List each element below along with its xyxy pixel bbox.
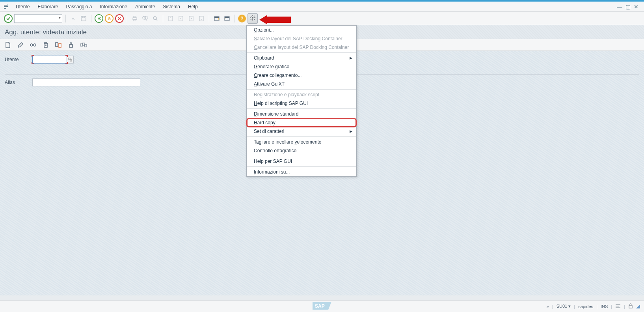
display-icon[interactable] [29, 41, 37, 49]
menu-help-sap-gui[interactable]: Help per SAP GUI [247, 157, 356, 166]
menu-controllo-ortografico[interactable]: Controllo ortografico [247, 146, 356, 155]
last-page-icon [197, 14, 206, 23]
local-layout-button[interactable] [248, 13, 258, 24]
utente-label: Utente [5, 57, 32, 62]
menu-help-scripting[interactable]: Help di scripting SAP GUI [247, 99, 356, 108]
menu-utente[interactable]: Utente [12, 2, 34, 11]
alias-label: Alias [5, 80, 32, 85]
first-page-icon [166, 14, 175, 23]
menu-attivare-guixt[interactable]: Attivare GuiXT [247, 80, 356, 88]
utente-input[interactable] [32, 56, 67, 64]
status-system: sapides [578, 304, 593, 309]
help-icon[interactable]: ? [238, 15, 246, 22]
separator: | [611, 304, 612, 309]
menu-sistema[interactable]: Sistema [159, 2, 184, 11]
svg-rect-8 [179, 16, 183, 21]
new-session-icon[interactable] [212, 14, 221, 23]
back-double-icon[interactable]: « [69, 14, 78, 23]
menu-informazioni-su[interactable]: Informazioni su... [247, 168, 356, 176]
local-layout-menu: Opzioni... Salvare layout del SAP Dockin… [246, 25, 357, 177]
menu-tagliare[interactable]: Tagliare e incollare velocemente [247, 138, 356, 146]
separator: | [624, 304, 625, 309]
svg-point-16 [30, 44, 33, 46]
create-icon[interactable] [4, 41, 12, 49]
svg-text:SAP: SAP [315, 303, 325, 309]
password-icon[interactable] [80, 41, 87, 49]
menu-separator [247, 166, 356, 167]
separator [91, 15, 91, 22]
window-controls: — ▢ ✕ [617, 4, 641, 10]
statusbar: SAP » | SU01 ▾ | sapides | INS | | [0, 300, 644, 312]
menu-opzioni[interactable]: Opzioni... [247, 26, 356, 34]
svg-rect-18 [56, 43, 58, 47]
svg-rect-14 [225, 17, 229, 18]
save-icon [79, 14, 88, 23]
svg-rect-19 [59, 43, 61, 47]
menu-separator [247, 108, 356, 109]
lock-icon[interactable] [67, 41, 75, 49]
separator: | [596, 304, 597, 309]
menu-hard-copy[interactable]: Hard copy [247, 118, 356, 127]
menu-separator [247, 52, 356, 53]
separator [209, 15, 209, 22]
menu-help[interactable]: Help [184, 2, 202, 11]
copy-icon[interactable] [54, 41, 62, 49]
alias-input[interactable] [32, 78, 140, 86]
sap-logo: SAP [313, 301, 331, 312]
app-icon [3, 4, 9, 9]
svg-point-15 [252, 17, 253, 19]
menubar: Utente Elaborare Passaggio a Informazion… [0, 2, 644, 12]
delete-icon[interactable] [42, 41, 50, 49]
command-field-wrap [14, 14, 62, 23]
separator [127, 15, 127, 22]
find-next-icon [151, 14, 160, 23]
menu-informazione[interactable]: Informazione [96, 2, 131, 11]
menu-creare-collegamento[interactable]: Creare collegamento... [247, 71, 356, 80]
menu-clipboard[interactable]: Clipboard [247, 54, 356, 62]
status-mode: INS [601, 304, 608, 309]
separator [65, 15, 66, 22]
cancel-button[interactable] [115, 14, 124, 23]
menu-set-caratteri[interactable]: Set di caratteri [247, 127, 356, 136]
shortcut-icon[interactable] [223, 14, 231, 23]
svg-rect-24 [69, 58, 70, 60]
next-page-icon [187, 14, 195, 23]
maximize-icon[interactable]: ▢ [625, 4, 631, 10]
menu-registrazione: Registrazione e playback script [247, 90, 356, 99]
main-toolbar: « ? [0, 12, 644, 25]
svg-rect-27 [629, 306, 632, 308]
svg-rect-10 [199, 16, 203, 21]
minimize-icon[interactable]: — [617, 4, 622, 10]
find-icon [141, 14, 149, 23]
exit-button[interactable] [105, 14, 114, 23]
command-field[interactable] [14, 14, 62, 23]
menu-salvare-layout: Salvare layout del SAP Docking Container [247, 34, 356, 43]
svg-rect-12 [214, 17, 219, 18]
status-right: » | SU01 ▾ | sapides | INS | | [547, 303, 640, 310]
svg-point-5 [145, 16, 148, 19]
svg-point-17 [34, 44, 36, 46]
close-icon[interactable]: ✕ [634, 4, 638, 10]
svg-point-6 [153, 17, 156, 20]
menu-cancellare-layout: Cancellare layout del SAP Docking Contai… [247, 43, 356, 52]
menu-separator [247, 136, 356, 137]
menu-passaggio[interactable]: Passaggio a [62, 2, 96, 11]
edit-icon[interactable] [17, 41, 24, 49]
status-chevron[interactable]: » [547, 304, 549, 309]
separator: | [574, 304, 575, 309]
svg-rect-2 [134, 16, 136, 18]
enter-button[interactable] [4, 14, 13, 23]
status-align-icon[interactable] [615, 304, 621, 309]
back-button[interactable] [95, 14, 103, 23]
menu-generare-grafico[interactable]: Generare grafico [247, 62, 356, 71]
separator: | [552, 304, 553, 309]
separator [235, 15, 235, 22]
annotation-arrow [259, 15, 291, 24]
menu-dimensione-standard[interactable]: Dimensione standard [247, 110, 356, 118]
status-lock-icon[interactable] [628, 303, 633, 310]
resize-handle[interactable] [636, 305, 640, 308]
gear-icon [249, 15, 256, 22]
menu-ambiente[interactable]: Ambiente [131, 2, 159, 11]
menu-elaborare[interactable]: Elaborare [34, 2, 62, 11]
status-tcode[interactable]: SU01 ▾ [557, 304, 571, 309]
